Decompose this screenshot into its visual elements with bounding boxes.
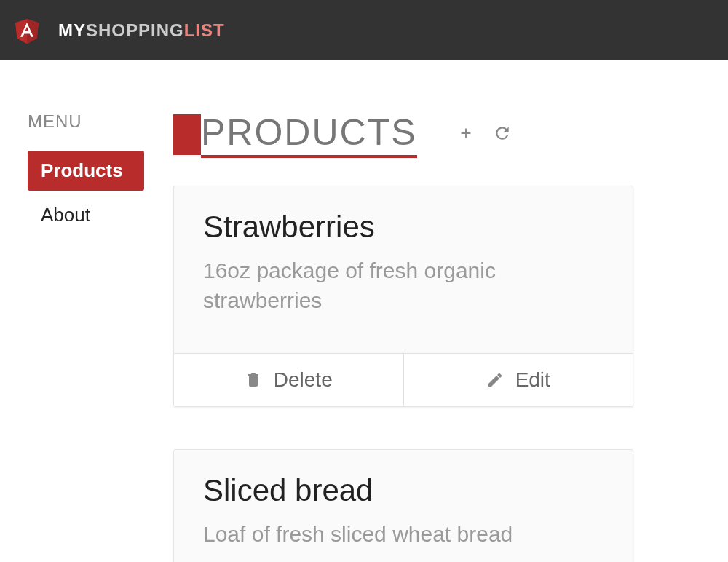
delete-button[interactable]: Delete (174, 354, 404, 406)
trash-icon (245, 371, 262, 389)
edit-icon (486, 371, 504, 389)
title-part-shopping: SHOPPING (86, 20, 184, 40)
sidebar-item-about[interactable]: About (28, 195, 144, 235)
product-description: Loaf of fresh sliced wheat bread (203, 520, 604, 550)
product-name: Strawberries (203, 210, 604, 245)
card-body: Strawberries 16oz package of fresh organ… (174, 186, 633, 353)
app-header: MYSHOPPINGLIST (0, 0, 728, 60)
menu-label: MENU (28, 111, 173, 132)
page-header: PRODUCTS (173, 111, 633, 158)
edit-button[interactable]: Edit (404, 354, 633, 406)
card-actions: Delete Edit (174, 353, 633, 406)
add-product-button[interactable] (458, 125, 474, 144)
product-card: Strawberries 16oz package of fresh organ… (173, 186, 633, 407)
title-part-my: MY (58, 20, 86, 40)
refresh-button[interactable] (493, 124, 512, 146)
plus-icon (458, 125, 474, 144)
product-name: Sliced bread (203, 473, 604, 508)
app-title: MYSHOPPINGLIST (58, 20, 225, 41)
title-part-list: LIST (184, 20, 225, 40)
page-title: PRODUCTS (201, 111, 417, 158)
angular-logo-icon (13, 16, 41, 45)
edit-label: Edit (515, 368, 550, 392)
content: MENU Products About PRODUCTS (0, 60, 728, 562)
title-accent-bar (173, 114, 201, 155)
sidebar: MENU Products About (28, 111, 173, 562)
refresh-icon (493, 124, 512, 146)
card-body: Sliced bread Loaf of fresh sliced wheat … (174, 450, 633, 562)
sidebar-item-products[interactable]: Products (28, 151, 144, 191)
product-description: 16oz package of fresh organic strawberri… (203, 256, 604, 315)
product-card: Sliced bread Loaf of fresh sliced wheat … (173, 449, 633, 562)
delete-label: Delete (274, 368, 333, 392)
main-content: PRODUCTS Strawberries 16oz packa (173, 111, 728, 562)
